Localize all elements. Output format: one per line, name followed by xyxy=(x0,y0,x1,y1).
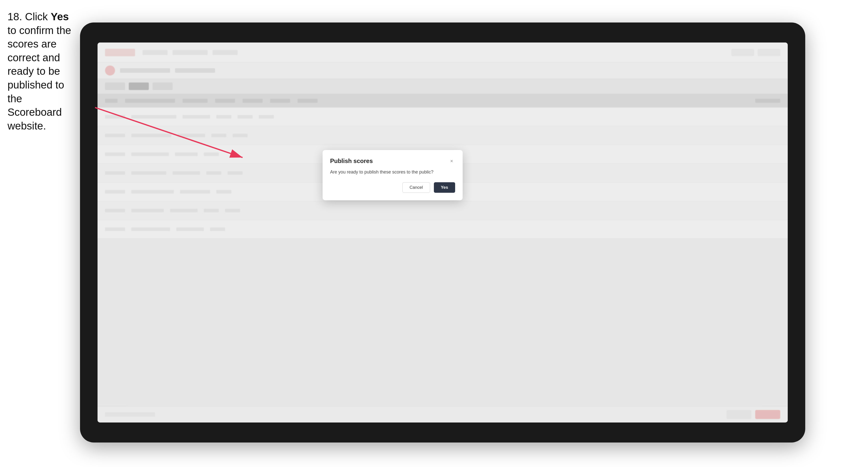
instruction-post: to confirm the scores are correct and re… xyxy=(7,25,71,132)
yes-button[interactable]: Yes xyxy=(434,182,455,193)
dialog-close-button[interactable]: × xyxy=(448,157,455,164)
cancel-button[interactable]: Cancel xyxy=(402,182,430,193)
dialog-actions: Cancel Yes xyxy=(330,182,455,193)
dialog-message: Are you ready to publish these scores to… xyxy=(330,169,455,175)
tablet-frame: Publish scores × Are you ready to publis… xyxy=(80,23,805,442)
instruction-bold: Yes xyxy=(51,11,69,23)
instruction-text: 18. Click Yes to confirm the scores are … xyxy=(7,10,78,133)
modal-overlay xyxy=(97,42,788,423)
publish-scores-dialog: Publish scores × Are you ready to publis… xyxy=(322,150,463,200)
dialog-header: Publish scores × xyxy=(330,157,455,164)
instruction-pre: Click xyxy=(25,11,51,23)
tablet-screen: Publish scores × Are you ready to publis… xyxy=(97,42,788,423)
step-number: 18. xyxy=(7,11,22,23)
dialog-title: Publish scores xyxy=(330,157,373,164)
